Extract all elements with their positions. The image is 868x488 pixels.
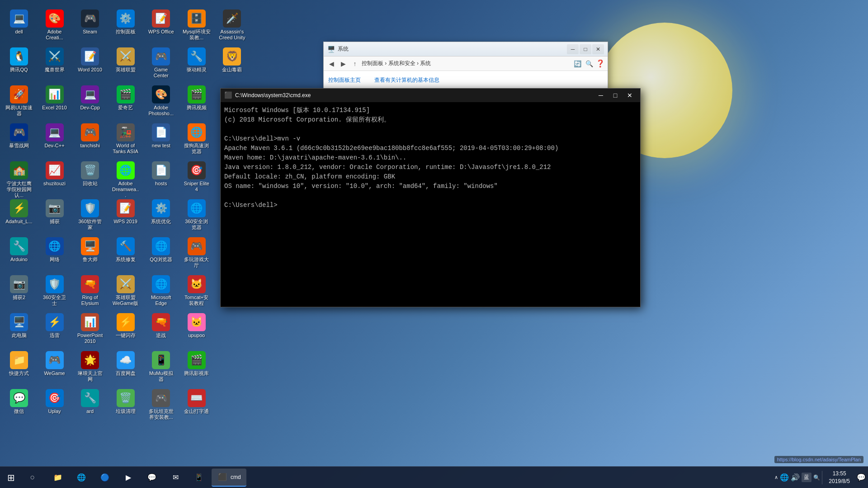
desktop-icon-tencent-video[interactable]: 🎬腾讯视频 [181, 84, 212, 120]
cmd-minimize-button[interactable]: ─ [594, 90, 608, 101]
cmd-maximize-button[interactable]: □ [609, 90, 622, 101]
desktop-icon-game-center[interactable]: 🎮Game Center [145, 46, 177, 82]
cmd-close-button[interactable]: ✕ [623, 90, 637, 101]
desktop-icon-mumu-emulator[interactable]: 📱MuMu模拟器 [145, 349, 177, 385]
desktop-icon-yingxiong-wegame[interactable]: ⚔️英雄联盟WeGame版 [110, 273, 142, 310]
tray-show-hidden[interactable]: ∧ [774, 474, 778, 480]
desktop-icon-shuzitouzi[interactable]: 📈shuzitouzi [39, 160, 71, 196]
desktop-icon-hosts[interactable]: 📄hosts [145, 160, 177, 196]
desktop-icon-360-browser[interactable]: 🌐360安全浏览器 [181, 197, 212, 234]
desktop-icon-capture2[interactable]: 📷捕获2 [3, 273, 35, 310]
desktop-icon-360security[interactable]: 🛡️360安全卫士 [39, 273, 71, 310]
desktop-icon-microsoft-edge[interactable]: 🌐Microsoft Edge [145, 273, 177, 310]
desktop-icon-recycle-bin[interactable]: 🗑️回收站 [74, 160, 106, 196]
desktop-icon-sougou-browser[interactable]: 🌐搜狗高速浏览器 [181, 122, 212, 158]
desktop-icon-tomcat-install[interactable]: 🐱Tomcat+安装教程 [181, 273, 212, 310]
start-button[interactable]: ⊞ [0, 467, 22, 488]
desktop-icon-tencent-video2[interactable]: 🎬腾讯影视库 [181, 349, 212, 385]
desktop-icon-we-game[interactable]: 🎮WeGame [39, 349, 71, 385]
taskbar-item-chrome[interactable]: 🔵 [94, 469, 116, 487]
blog-link[interactable]: https://blog.csdn.net/adaisy/TeamPlan [774, 456, 863, 463]
desktop-icon-wechat[interactable]: 💬微信 [3, 387, 35, 423]
sys-help-button[interactable]: ❓ [596, 59, 605, 68]
desktop-icon-琳琅天上官网[interactable]: 🌟琳琅天上官网 [74, 349, 106, 385]
desktop-icon-assassins-creed[interactable]: 🗡️Assassin's Creed Unity [216, 8, 248, 44]
taskbar-item-teams[interactable]: 💬 [141, 469, 163, 487]
sys-sidebar-link[interactable]: 控制面板主页 [328, 76, 361, 84]
desktop-icon-upupoo[interactable]: 🐱upupoo [181, 311, 212, 347]
desktop-icon-ard[interactable]: 🔧ard [74, 387, 106, 423]
desktop-icon-wps-2019[interactable]: 📝WPS 2019 [110, 197, 142, 234]
desktop-icon-network[interactable]: 🌐网络 [39, 235, 71, 272]
desktop-icon-tanchishi[interactable]: 🎮tanchishi [74, 122, 106, 158]
desktop-icon-world-of-tanks[interactable]: 🚂World of Tanks ASIA [110, 122, 142, 158]
sys-refresh-button[interactable]: 🔄 [572, 59, 582, 69]
desktop-icon-arduino[interactable]: 🔧Arduino [3, 235, 35, 272]
desktop-icon-ningbo-univ[interactable]: 🏫宁波大红鹰学院校园网认... [3, 160, 35, 196]
sys-minimize-button[interactable]: ─ [567, 44, 579, 54]
tray-search[interactable]: 🔍 [813, 474, 820, 481]
tray-network[interactable]: 🌐 [780, 473, 789, 482]
desktop-icon-quick-access[interactable]: 📁快捷方式 [3, 349, 35, 385]
desktop-icon-this-pc[interactable]: 🖥️此电脑 [3, 311, 35, 347]
desktop-icon-adobe-creative[interactable]: 🎨Adobe Creati... [39, 8, 71, 44]
taskbar-item-edge[interactable]: 🌐 [71, 469, 92, 487]
desktop-icon-blizzard[interactable]: 🎮暴雪战网 [3, 122, 35, 158]
taskbar-item-file-explorer[interactable]: 📁 [47, 469, 69, 487]
desktop-icon-recycle-clean[interactable]: 🗑️垃圾清理 [110, 387, 142, 423]
desktop-icon-duowanapp[interactable]: 🎮多玩游戏大厅 [181, 235, 212, 272]
desktop-icon-tencent-qq[interactable]: 🐧腾讯QQ [3, 46, 35, 82]
desktop-icon-ring-of-elysium[interactable]: 🔫Ring of Elysium [74, 273, 106, 310]
taskbar-item-cmd[interactable]: ⬛cmd [212, 469, 246, 487]
cortana-button[interactable]: ○ [22, 467, 43, 488]
desktop-icon-qq-browser[interactable]: 🌐QQ浏览器 [145, 235, 177, 272]
desktop-icon-dev-cpp[interactable]: 💻Dev-C++ [39, 122, 71, 158]
system-clock[interactable]: 13:55 2019/8/5 [824, 470, 854, 485]
desktop-icon-mysql-env[interactable]: 🗄️Mysql环境安装教... [181, 8, 212, 44]
desktop-icon-excel-2010[interactable]: 📊Excel 2010 [39, 84, 71, 120]
desktop-icon-sniper-elite[interactable]: 🎯Sniper Elite 4 [181, 160, 212, 196]
desktop-icon-magic-world[interactable]: ⚔️魔兽世界 [39, 46, 71, 82]
tray-input-method[interactable]: 蓝 [802, 473, 811, 482]
taskbar-item-phone[interactable]: 📱 [188, 469, 210, 487]
desktop-icon-360-software[interactable]: 🛡️360软件管家 [74, 197, 106, 234]
sys-back-button[interactable]: ◀ [326, 59, 336, 69]
desktop-icon-system-repair[interactable]: 🔨系统修复 [110, 235, 142, 272]
desktop-icon-baidu-cloud[interactable]: ☁️百度网盘 [110, 349, 142, 385]
desktop-icon-dev-cpp2[interactable]: 💻Dev-Cpp [74, 84, 106, 120]
desktop-icon-word-2010[interactable]: 📝Word 2010 [74, 46, 106, 82]
tray-volume[interactable]: 🔊 [791, 473, 800, 482]
desktop-icon-one-key-flash[interactable]: ⚡一键闪存 [110, 311, 142, 347]
sys-main-link[interactable]: 查看有关计算机的基本信息 [374, 76, 439, 84]
desktop-icon-adafruit[interactable]: ⚡Adafruit_L... [3, 197, 35, 234]
desktop-icon-netease-uu[interactable]: 🚀网易UU加速器 [3, 84, 35, 120]
sys-search-button[interactable]: 🔍 [584, 59, 594, 69]
sys-up-button[interactable]: ↑ [350, 59, 360, 69]
desktop-icon-powerpoint-2010[interactable]: 📊PowerPoint 2010 [74, 311, 106, 347]
cmd-content[interactable]: Microsoft Windows [版本 10.0.17134.915](c)… [221, 102, 640, 307]
desktop-icon-duowanworld[interactable]: 🎮多玩坦克世界安装教... [145, 387, 177, 423]
desktop-icon-yingxiong[interactable]: ⚔️英雄联盟 [110, 46, 142, 82]
sys-forward-button[interactable]: ▶ [338, 59, 348, 69]
sys-maximize-button[interactable]: □ [580, 44, 591, 54]
sys-close-button[interactable]: ✕ [592, 44, 604, 54]
desktop-icon-capture3[interactable]: 📷捕获 [39, 197, 71, 234]
desktop-icon-jinshan-antivirus[interactable]: 🦁金山毒霸 [216, 46, 248, 82]
desktop-icon-control-panel[interactable]: ⚙️控制面板 [110, 8, 142, 44]
desktop-icon-xunlei[interactable]: ⚡迅雷 [39, 311, 71, 347]
desktop-icon-niszhan[interactable]: 🔫逆战 [145, 311, 177, 347]
taskbar-item-play[interactable]: ▶ [118, 469, 139, 487]
desktop-icon-jinshan-typing[interactable]: ⌨️金山打字通 [181, 387, 212, 423]
desktop-icon-aiqiyi[interactable]: 🎬爱奇艺 [110, 84, 142, 120]
desktop-icon-steam[interactable]: 🎮Steam [74, 8, 106, 44]
notification-center-button[interactable]: 💬 [854, 467, 868, 488]
desktop-icon-wps-office[interactable]: 📝WPS Office [145, 8, 177, 44]
desktop-icon-dell[interactable]: 💻dell [3, 8, 35, 44]
desktop-icon-luda[interactable]: 🖥️鲁大师 [74, 235, 106, 272]
desktop-icon-uplay[interactable]: 🎯Uplay [39, 387, 71, 423]
desktop-icon-drive-booster[interactable]: 🔧驱动精灵 [181, 46, 212, 82]
desktop-icon-adobe-dreamweaver[interactable]: 🌐Adobe Dreamwea... [110, 160, 142, 196]
desktop-icon-adobe-photoshop[interactable]: 🎨Adobe Photosho... [145, 84, 177, 120]
taskbar-item-mail[interactable]: ✉ [165, 469, 186, 487]
desktop-icon-new-test[interactable]: 📄new test [145, 122, 177, 158]
